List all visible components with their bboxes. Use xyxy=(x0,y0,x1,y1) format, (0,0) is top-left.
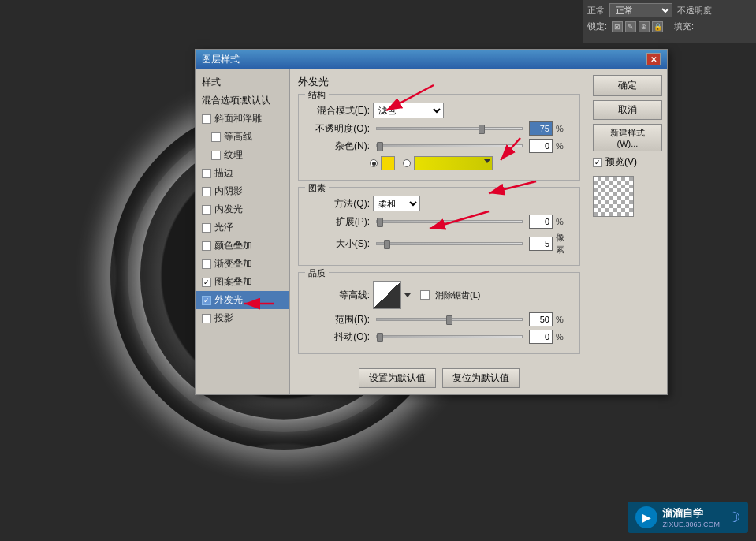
normal-label: 正常 xyxy=(587,5,605,17)
blend-mode-select[interactable]: 正常 xyxy=(609,3,672,17)
spread-slider[interactable] xyxy=(376,220,523,223)
spread-label: 扩展(P): xyxy=(307,215,370,229)
contour-checkbox[interactable] xyxy=(211,132,221,142)
preview-swatch xyxy=(593,176,634,217)
dialog-title: 图层样式 xyxy=(202,53,240,66)
sidebar-item-pattern-overlay[interactable]: ✓ 图案叠加 xyxy=(196,273,289,291)
anti-alias-label: 消除锯齿(L) xyxy=(435,289,480,301)
drop-shadow-checkbox[interactable] xyxy=(202,314,211,323)
left-panel: 样式 混合选项:默认认 斜面和浮雕 等高线 纹理 描边 xyxy=(196,69,290,394)
sidebar-item-satin[interactable]: 光泽 xyxy=(196,218,289,237)
sidebar-item-outer-glow[interactable]: ✓ 外发光 xyxy=(196,291,289,309)
noise-unit: % xyxy=(556,141,572,151)
jitter-input[interactable] xyxy=(529,330,553,344)
range-label: 范围(R): xyxy=(307,313,370,326)
sidebar-item-blend-options[interactable]: 混合选项:默认认 xyxy=(196,91,289,110)
inner-glow-checkbox[interactable] xyxy=(202,205,211,215)
noise-label: 杂色(N): xyxy=(307,140,370,153)
sidebar-item-contour[interactable]: 等高线 xyxy=(196,128,289,146)
right-buttons-panel: 确定 取消 新建样式(W)... ✓ 预览(V) xyxy=(588,69,667,394)
gradient-overlay-label: 渐变叠加 xyxy=(214,257,252,270)
noise-slider[interactable] xyxy=(376,144,523,147)
method-select[interactable]: 柔和 xyxy=(373,196,420,211)
size-thumb[interactable] xyxy=(384,240,390,249)
blend-mode-select-dialog[interactable]: 滤色 xyxy=(373,103,444,118)
color-overlay-checkbox[interactable] xyxy=(202,241,211,251)
size-label: 大小(S): xyxy=(307,237,370,251)
size-unit: 像素 xyxy=(556,232,572,256)
satin-checkbox[interactable] xyxy=(202,223,211,233)
lock-icons: ⊠ ✎ ⊕ 🔒 xyxy=(612,21,663,32)
lock-icon-2[interactable]: ✎ xyxy=(625,21,636,32)
spread-thumb[interactable] xyxy=(377,218,383,227)
method-row: 方法(Q): 柔和 xyxy=(307,196,572,211)
spread-input[interactable] xyxy=(529,215,553,229)
color-row xyxy=(307,156,572,170)
opacity-label-dialog: 不透明度(O): xyxy=(307,122,370,136)
inner-shadow-checkbox[interactable] xyxy=(202,187,211,196)
pattern-overlay-checkbox[interactable]: ✓ xyxy=(202,278,211,287)
noise-thumb[interactable] xyxy=(377,142,383,151)
lock-icon-1[interactable]: ⊠ xyxy=(612,21,623,32)
close-button[interactable]: ✕ xyxy=(646,53,661,65)
structure-title: 结构 xyxy=(305,89,329,101)
inner-shadow-label: 内阴影 xyxy=(214,185,243,198)
new-style-button[interactable]: 新建样式(W)... xyxy=(593,124,662,151)
sidebar-item-drop-shadow[interactable]: 投影 xyxy=(196,309,289,327)
size-slider[interactable] xyxy=(376,242,523,245)
range-thumb[interactable] xyxy=(446,315,452,325)
cancel-button[interactable]: 取消 xyxy=(593,100,662,120)
reset-default-button[interactable]: 复位为默认值 xyxy=(442,368,520,388)
sidebar-item-inner-glow[interactable]: 内发光 xyxy=(196,200,289,218)
lock-icon-4[interactable]: 🔒 xyxy=(652,21,663,32)
texture-checkbox[interactable] xyxy=(211,151,221,160)
opacity-slider[interactable] xyxy=(376,127,523,130)
range-unit: % xyxy=(556,315,572,324)
set-default-button[interactable]: 设置为默认值 xyxy=(359,368,436,388)
outer-glow-checkbox[interactable]: ✓ xyxy=(202,296,211,305)
jitter-thumb[interactable] xyxy=(377,333,383,342)
range-input[interactable] xyxy=(529,312,553,326)
blend-mode-row: 混合模式(E): 滤色 xyxy=(307,103,572,118)
anti-alias-checkbox[interactable] xyxy=(420,290,430,300)
color-overlay-label: 颜色叠加 xyxy=(214,239,252,252)
contour-label: 等高线 xyxy=(224,130,252,144)
gradient-overlay-checkbox[interactable] xyxy=(202,259,211,269)
sidebar-item-texture[interactable]: 纹理 xyxy=(196,146,289,164)
sidebar-item-inner-shadow[interactable]: 内阴影 xyxy=(196,182,289,200)
noise-input[interactable] xyxy=(529,139,553,153)
sidebar-item-styles[interactable]: 样式 xyxy=(196,73,289,91)
contour-dropdown-arrow xyxy=(404,293,411,297)
sidebar-item-stroke[interactable]: 描边 xyxy=(196,164,289,182)
jitter-slider[interactable] xyxy=(376,335,523,338)
color-swatch[interactable] xyxy=(381,156,395,170)
watermark-text: 溜溜自学 ZIXUE.3066.COM xyxy=(662,506,720,528)
preview-checkbox-row: ✓ 预览(V) xyxy=(593,155,662,169)
contour-row: 等高线: 消除锯齿(L) xyxy=(307,281,572,309)
contour-preview[interactable] xyxy=(373,281,401,309)
gradient-swatch[interactable] xyxy=(414,156,493,170)
preview-checkbox[interactable]: ✓ xyxy=(593,158,602,167)
lock-icon-3[interactable]: ⊕ xyxy=(639,21,650,32)
contour-line xyxy=(374,282,400,308)
stroke-checkbox[interactable] xyxy=(202,169,211,178)
sidebar-item-gradient-overlay[interactable]: 渐变叠加 xyxy=(196,255,289,273)
ok-button[interactable]: 确定 xyxy=(593,75,662,96)
opacity-thumb[interactable] xyxy=(479,125,485,134)
solid-color-radio[interactable] xyxy=(370,159,378,167)
fill-label: 填充: xyxy=(674,21,694,32)
sidebar-item-color-overlay[interactable]: 颜色叠加 xyxy=(196,237,289,255)
gradient-color-radio[interactable] xyxy=(403,159,411,167)
opacity-input[interactable] xyxy=(529,121,553,136)
watermark-icon: ☽ xyxy=(728,509,740,526)
blend-mode-label: 混合模式(E): xyxy=(307,104,370,118)
bevel-checkbox[interactable] xyxy=(202,114,211,124)
size-input[interactable] xyxy=(529,237,553,251)
bevel-label: 斜面和浮雕 xyxy=(214,112,262,125)
sidebar-item-bevel[interactable]: 斜面和浮雕 xyxy=(196,110,289,128)
range-slider[interactable] xyxy=(376,318,523,321)
jitter-label: 抖动(O): xyxy=(307,330,370,344)
contour-quality-label: 等高线: xyxy=(307,289,370,302)
opacity-unit: % xyxy=(556,124,572,133)
gradient-dropdown-arrow xyxy=(484,159,490,163)
